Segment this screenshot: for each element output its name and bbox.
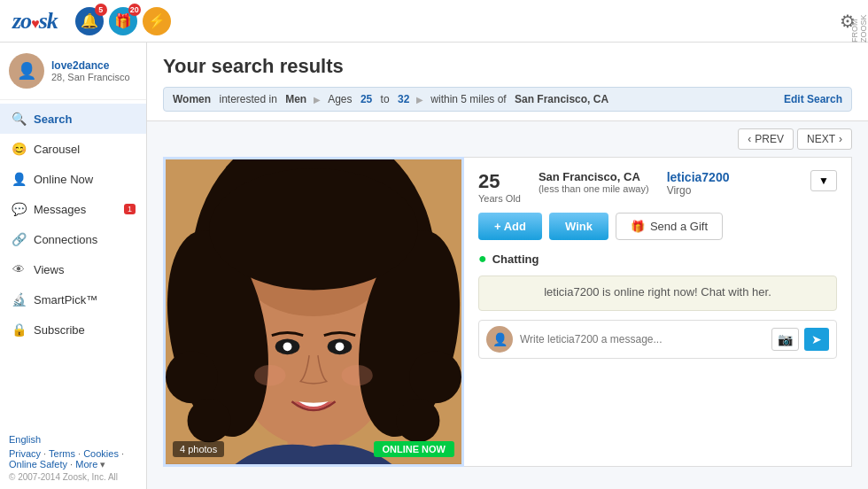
chat-action-buttons: 📷 ➤ — [771, 328, 829, 351]
svg-point-12 — [166, 351, 218, 403]
terms-link[interactable]: Terms — [49, 448, 75, 459]
age-label: Ages — [328, 93, 352, 105]
svg-point-17 — [341, 365, 372, 386]
profile-age-label: Years Old — [478, 193, 521, 204]
page-title: Your search results — [163, 55, 852, 78]
chatting-label: Chatting — [492, 252, 539, 266]
profile-age: 25 — [478, 170, 521, 193]
age-max: 32 — [398, 93, 409, 105]
green-dot-icon: ● — [478, 251, 487, 267]
next-button[interactable]: NEXT › — [797, 128, 852, 150]
online-safety-link[interactable]: Online Safety — [9, 459, 67, 470]
photo-message-button[interactable]: 📷 — [771, 328, 799, 351]
language-selector[interactable]: English — [9, 434, 138, 445]
profile-city-sub: (less than one mile away) — [539, 183, 649, 194]
smartpick-icon: 🔬 — [11, 292, 27, 307]
svg-point-8 — [336, 342, 345, 351]
profile-username[interactable]: leticia7200 — [667, 170, 730, 184]
user-meta: 28, San Francisco — [51, 72, 130, 82]
sidebar-footer: English Privacy · Terms · Cookies · Onli… — [0, 427, 147, 489]
profile-actions: + Add Wink 🎁 Send a Gift — [478, 213, 837, 240]
gift-notification[interactable]: 🎁 20 — [109, 7, 137, 35]
sidebar-item-subscribe[interactable]: 🔒 Subscribe — [0, 314, 146, 345]
pagination-bar: ‹ PREV NEXT › — [147, 121, 868, 157]
sidebar-label-connections: Connections — [34, 233, 97, 246]
svg-point-7 — [283, 342, 292, 351]
add-button[interactable]: + Add — [478, 213, 542, 240]
more-link[interactable]: More — [75, 459, 97, 470]
profile-stats: 25 Years Old San Francisco, CA (less tha… — [478, 170, 810, 204]
sidebar-item-connections[interactable]: 🔗 Connections — [0, 224, 146, 254]
chat-user-avatar: 👤 — [486, 326, 513, 353]
filter-gender: Women interested in Men — [173, 93, 306, 105]
wink-button[interactable]: Wink — [549, 213, 608, 240]
arrow-icon-2: ▶ — [416, 95, 423, 105]
sidebar-label-search: Search — [34, 113, 72, 126]
search-filter-bar: Women interested in Men ▶ Ages 25 to 32 … — [163, 87, 852, 112]
main-header: Your search results Women interested in … — [147, 43, 868, 121]
photos-count-badge: 4 photos — [173, 441, 224, 457]
sidebar-label-online-now: Online Now — [34, 173, 93, 186]
connections-icon: 🔗 — [11, 232, 27, 246]
age-min: 25 — [360, 93, 372, 105]
age-to: to — [381, 93, 390, 105]
notification-bell[interactable]: 🔔 5 — [75, 7, 104, 35]
gift-badge: 20 — [128, 4, 141, 16]
cookies-link[interactable]: Cookies — [83, 448, 119, 459]
profile-photo-container[interactable]: 4 photos ONLINE NOW — [163, 157, 464, 467]
prev-button[interactable]: ‹ PREV — [738, 128, 794, 150]
main-content: Your search results Women interested in … — [147, 43, 868, 489]
bolt-icon[interactable]: ⚡ — [143, 7, 171, 35]
filter-pref: Men — [285, 93, 306, 105]
messages-badge: 1 — [124, 204, 136, 214]
chatting-bar: ● Chatting — [478, 251, 837, 267]
sidebar-item-online-now[interactable]: 👤 Online Now — [0, 164, 146, 194]
sidebar-label-carousel: Carousel — [34, 143, 80, 156]
header-nav-icons: 🔔 5 🎁 20 ⚡ — [75, 7, 171, 35]
sidebar-item-messages[interactable]: 💬 Messages 1 — [0, 194, 146, 224]
location-value: San Francisco, CA — [515, 93, 608, 105]
chat-message-input[interactable] — [520, 333, 764, 345]
distance-label: within 5 miles of — [430, 93, 506, 105]
prev-arrow-icon: ‹ — [748, 133, 751, 145]
online-now-icon: 👤 — [11, 172, 27, 186]
filter-gender-value: Women — [173, 93, 211, 105]
filter-age: Ages 25 to 32 — [328, 93, 409, 105]
subscribe-icon: 🔒 — [11, 322, 27, 337]
svg-point-13 — [188, 399, 231, 442]
edit-search-button[interactable]: Edit Search — [784, 93, 842, 105]
send-message-button[interactable]: ➤ — [804, 328, 829, 351]
bell-badge: 5 — [95, 4, 107, 16]
filter-location: within 5 miles of San Francisco, CA — [430, 93, 608, 105]
logo-text: zo♥sk — [12, 8, 58, 35]
sidebar-item-views[interactable]: 👁 Views — [0, 254, 146, 284]
location-stat: San Francisco, CA (less than one mile aw… — [539, 170, 649, 204]
profile-info-panel: 25 Years Old San Francisco, CA (less tha… — [464, 157, 852, 467]
svg-point-15 — [396, 399, 439, 442]
sidebar-item-search[interactable]: 🔍 Search — [0, 104, 146, 134]
sidebar-nav: 🔍 Search 😊 Carousel 👤 Online Now 💬 Messa… — [0, 100, 146, 348]
boost-notification[interactable]: ⚡ — [143, 7, 171, 35]
from-zoosk-label: FROM ZOOSK — [849, 0, 868, 43]
privacy-link[interactable]: Privacy — [9, 448, 41, 459]
logo[interactable]: zo♥sk — [12, 8, 58, 35]
username-stat: leticia7200 Virgo — [667, 170, 730, 204]
svg-point-11 — [209, 168, 418, 291]
send-gift-button[interactable]: 🎁 Send a Gift — [616, 213, 723, 240]
sidebar-item-carousel[interactable]: 😊 Carousel — [0, 134, 146, 164]
chat-online-message: leticia7200 is online right now! Chat wi… — [544, 285, 771, 299]
sidebar-label-subscribe: Subscribe — [34, 323, 85, 337]
next-arrow-icon: › — [839, 133, 842, 145]
profile-portrait-svg — [166, 159, 461, 464]
footer-links: Privacy · Terms · Cookies · Online Safet… — [9, 448, 138, 470]
sidebar: 👤 love2dance 28, San Francisco 🔍 Search … — [0, 43, 147, 489]
sidebar-label-views: Views — [34, 263, 64, 276]
copyright: © 2007-2014 Zoosk, Inc. All — [9, 472, 138, 482]
user-panel: 👤 love2dance 28, San Francisco — [0, 43, 146, 100]
sidebar-label-smartpick: SmartPick™ — [34, 293, 97, 307]
sidebar-item-smartpick[interactable]: 🔬 SmartPick™ — [0, 284, 146, 314]
profile-dropdown-button[interactable]: ▼ — [810, 170, 837, 191]
user-avatar[interactable]: 👤 — [9, 53, 44, 89]
chat-message-area: leticia7200 is online right now! Chat wi… — [478, 276, 837, 311]
filter-interested-in: interested in — [219, 93, 276, 105]
